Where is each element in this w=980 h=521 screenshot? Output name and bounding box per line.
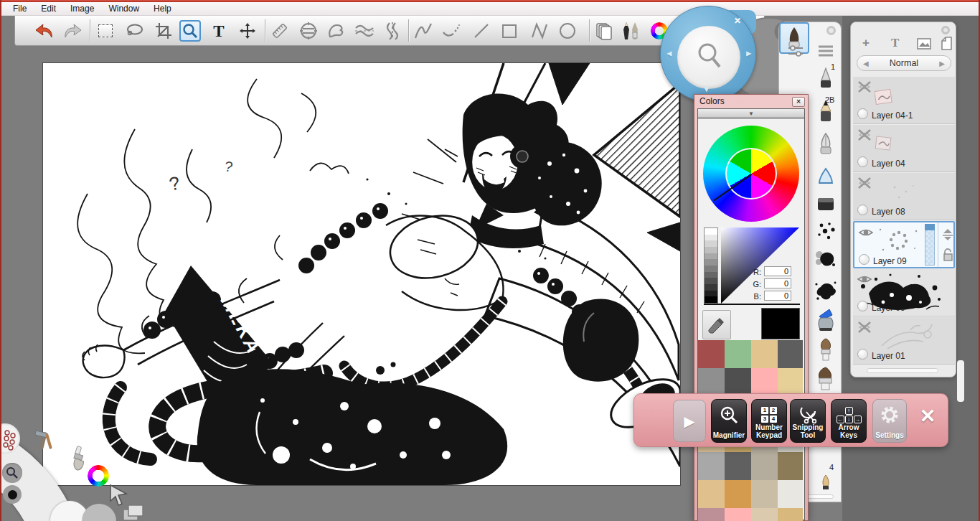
colors-panel-close-button[interactable]: ✕ bbox=[792, 97, 805, 107]
brush-pen[interactable] bbox=[812, 65, 839, 93]
palette-swatch[interactable] bbox=[725, 452, 751, 480]
grayscale-strip[interactable] bbox=[704, 227, 718, 304]
layer-reorder-arrows[interactable] bbox=[941, 228, 955, 243]
dotted-curve-tool[interactable] bbox=[440, 20, 462, 42]
wave-horizontal-tool[interactable] bbox=[354, 20, 375, 42]
move-tool[interactable] bbox=[237, 20, 258, 42]
magnifier-button[interactable]: Magnifier bbox=[711, 399, 747, 443]
curve-tool[interactable] bbox=[413, 20, 434, 42]
palette-swatch[interactable] bbox=[698, 340, 725, 368]
brush-splatter-light[interactable] bbox=[812, 246, 839, 273]
layer-radio[interactable] bbox=[857, 301, 868, 311]
number-keypad-button[interactable]: 1234 Number Keypad bbox=[751, 399, 787, 443]
layer-row-selected[interactable]: Layer 09 bbox=[853, 221, 955, 268]
cursor-icon[interactable] bbox=[106, 482, 131, 507]
redo-button[interactable] bbox=[62, 20, 84, 42]
layer-lock-icon[interactable] bbox=[942, 248, 953, 263]
line-tool[interactable] bbox=[471, 20, 492, 42]
brush-splatter-dark[interactable] bbox=[812, 277, 839, 304]
brush-list-button[interactable] bbox=[816, 42, 835, 60]
widget-right-arrow[interactable]: ▸ bbox=[746, 47, 752, 58]
widget-close-icon[interactable]: ✕ bbox=[734, 16, 741, 26]
canvas[interactable]: ? ? MEKA bbox=[43, 63, 680, 485]
layer-row[interactable]: Layer 08 bbox=[853, 173, 955, 220]
crop-tool[interactable] bbox=[153, 20, 174, 42]
ruler-tool[interactable] bbox=[269, 20, 291, 42]
zoom-tool[interactable] bbox=[179, 20, 201, 42]
layer-radio[interactable] bbox=[857, 156, 868, 167]
visibility-off-icon[interactable] bbox=[857, 129, 872, 141]
layers-stack-icon[interactable] bbox=[122, 504, 145, 521]
brush-airbrush[interactable] bbox=[812, 306, 839, 333]
layer-row[interactable]: Layer 04 bbox=[853, 125, 955, 172]
menu-help[interactable]: Help bbox=[146, 2, 179, 15]
layer-radio[interactable] bbox=[857, 108, 868, 119]
visibility-on-icon[interactable] bbox=[857, 273, 872, 285]
polyline-tool[interactable] bbox=[529, 20, 550, 42]
brush-ink-nib[interactable] bbox=[812, 131, 839, 159]
lasso-tool[interactable] bbox=[124, 20, 146, 42]
layer-row[interactable]: Layer 09 bbox=[853, 269, 955, 316]
wave-vertical-tool[interactable] bbox=[382, 20, 403, 42]
eyedropper-button[interactable] bbox=[702, 310, 731, 339]
brush-flat[interactable] bbox=[812, 365, 839, 393]
brush-settings-button[interactable] bbox=[786, 42, 805, 60]
palette-swatch[interactable] bbox=[751, 480, 778, 508]
image-layer-button[interactable] bbox=[917, 38, 931, 50]
menu-file[interactable]: File bbox=[6, 2, 34, 15]
brush-water-blender[interactable] bbox=[812, 163, 839, 190]
palette-swatch[interactable] bbox=[725, 340, 751, 368]
palette-swatch[interactable] bbox=[778, 480, 803, 508]
layer-radio[interactable] bbox=[859, 254, 870, 265]
palette-swatch[interactable] bbox=[725, 508, 751, 521]
smudge-tool[interactable] bbox=[325, 20, 347, 42]
palette-swatch[interactable] bbox=[725, 480, 751, 508]
palette-swatch[interactable] bbox=[778, 508, 803, 521]
layer-radio[interactable] bbox=[857, 205, 868, 215]
ellipse-tool[interactable] bbox=[557, 20, 578, 42]
menu-image[interactable]: Image bbox=[63, 2, 101, 15]
mini-dot-button[interactable] bbox=[3, 485, 22, 504]
add-layer-button[interactable]: + bbox=[862, 35, 870, 51]
palette-swatch[interactable] bbox=[725, 368, 751, 396]
palette-swatch[interactable] bbox=[698, 480, 725, 508]
b-value-field[interactable]: 0 bbox=[764, 291, 791, 301]
palette-swatch[interactable] bbox=[698, 368, 725, 396]
brush-detail[interactable] bbox=[812, 469, 839, 496]
settings-button[interactable]: Settings bbox=[872, 399, 907, 443]
brush-marker-block[interactable] bbox=[812, 190, 839, 217]
palette-swatch[interactable] bbox=[778, 368, 803, 396]
perspective-tool[interactable] bbox=[298, 20, 319, 42]
rect-select-tool[interactable] bbox=[95, 20, 116, 42]
text-tool[interactable]: T bbox=[208, 20, 230, 42]
palette-swatch[interactable] bbox=[698, 508, 725, 521]
hue-wheel[interactable] bbox=[703, 126, 799, 222]
colors-dropdown-bar[interactable]: ▼ bbox=[698, 109, 804, 118]
palette-swatch[interactable] bbox=[751, 340, 778, 368]
text-layer-button[interactable]: T bbox=[891, 35, 899, 51]
tools-icon[interactable] bbox=[30, 426, 57, 454]
palette-swatch[interactable] bbox=[778, 452, 803, 480]
r-value-field[interactable]: 0 bbox=[764, 266, 791, 276]
visibility-off-icon[interactable] bbox=[857, 81, 872, 93]
palette-swatch[interactable] bbox=[751, 452, 778, 480]
layer-row[interactable]: Layer 01 bbox=[853, 317, 955, 365]
widget-left-arrow[interactable]: ◂ bbox=[666, 47, 672, 58]
accessibility-close-icon[interactable]: ✕ bbox=[915, 404, 940, 428]
blend-prev-arrow[interactable]: ◀ bbox=[863, 60, 869, 67]
layer-opacity-thumb[interactable] bbox=[925, 224, 935, 230]
arrow-keys-button[interactable]: ↑ ← ↓ → Arrow Keys bbox=[831, 399, 867, 443]
palette-swatch[interactable] bbox=[698, 452, 725, 480]
palette-swatch[interactable] bbox=[778, 340, 803, 368]
rectangle-tool[interactable] bbox=[499, 20, 520, 42]
current-color-swatch[interactable] bbox=[761, 308, 800, 339]
undo-button[interactable] bbox=[33, 20, 55, 42]
menu-window[interactable]: Window bbox=[101, 2, 146, 15]
paintbrush-icon[interactable] bbox=[65, 445, 92, 472]
layer-radio[interactable] bbox=[857, 349, 868, 360]
brush-spray-dots[interactable] bbox=[812, 217, 839, 245]
menu-edit[interactable]: Edit bbox=[34, 2, 63, 15]
palette-swatch[interactable] bbox=[751, 368, 778, 396]
pages-button[interactable] bbox=[593, 20, 615, 42]
brush-fur[interactable] bbox=[812, 337, 839, 364]
